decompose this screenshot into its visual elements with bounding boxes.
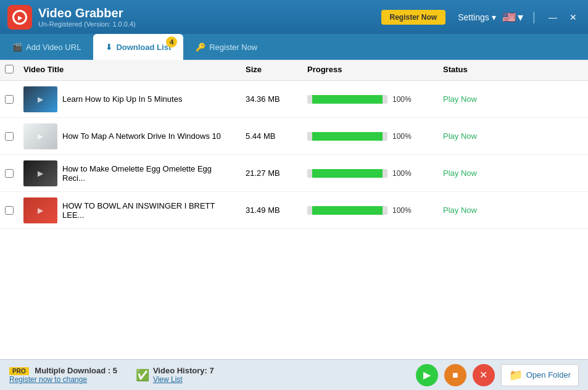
- check-icon: ✅: [136, 368, 149, 382]
- col-size: Size: [241, 65, 302, 75]
- register-key-icon: 🔑: [196, 43, 205, 52]
- play-button[interactable]: ▶: [416, 364, 438, 386]
- settings-label: Settings: [458, 12, 489, 22]
- row-2-thumbnail: [23, 123, 57, 149]
- open-folder-label: Open Folder: [526, 370, 571, 380]
- row-3-title-cell: How to Make Omelette Egg Omelette Egg Re…: [19, 160, 241, 186]
- table-row: Learn How to Kip Up In 5 Minutes 34.36 M…: [0, 81, 588, 118]
- status-bar: PRO Multiple Download : 5 Register now t…: [0, 359, 588, 390]
- row-4-checkbox-cell: [0, 206, 19, 215]
- row-2-checkbox-cell: [0, 132, 19, 141]
- download-list-badge: 4: [166, 36, 177, 48]
- folder-icon: 📁: [509, 368, 523, 382]
- row-4-play-now-link[interactable]: Play Now: [443, 205, 477, 215]
- register-change-link[interactable]: Register now to change: [9, 375, 117, 384]
- tab-register-label: Register Now: [209, 43, 257, 52]
- row-1-checkbox-cell: [0, 95, 19, 104]
- download-list-icon: ⬇: [106, 43, 112, 52]
- tab-download-list-label: Download List: [116, 43, 171, 52]
- stop-button[interactable]: ■: [444, 364, 466, 386]
- row-3-title: How to Make Omelette Egg Omelette Egg Re…: [62, 164, 236, 183]
- minimize-button[interactable]: —: [545, 11, 561, 23]
- row-4-status: Play Now: [438, 205, 531, 215]
- logo-icon: [12, 10, 27, 25]
- col-title: Video Title: [19, 65, 241, 75]
- add-video-icon: 🎬: [12, 43, 22, 52]
- tab-add-video-label: Add Video URL: [26, 43, 81, 52]
- row-3-status: Play Now: [438, 168, 531, 178]
- table-row: HOW TO BOWL AN INSWINGER I BRETT LEE... …: [0, 192, 588, 229]
- row-4-title-cell: HOW TO BOWL AN INSWINGER I BRETT LEE...: [19, 197, 241, 223]
- row-1-thumbnail: [23, 86, 57, 112]
- register-now-button[interactable]: Register Now: [381, 10, 446, 25]
- row-2-progress-fill: [312, 132, 383, 141]
- row-1-size: 34.36 MB: [241, 94, 302, 104]
- row-4-progress-bar: [307, 206, 387, 215]
- row-4-checkbox[interactable]: [5, 206, 14, 215]
- row-3-size: 21.27 MB: [241, 168, 302, 178]
- open-folder-button[interactable]: 📁 Open Folder: [501, 364, 579, 386]
- app-title: Video Grabber: [38, 6, 381, 20]
- row-3-progress-pct: 100%: [392, 169, 412, 178]
- main-content: Video Title Size Progress Status Learn H…: [0, 60, 588, 359]
- title-bar: Video Grabber Un-Registered (Version: 1.…: [0, 0, 588, 34]
- row-1-title: Learn How to Kip Up In 5 Minutes: [62, 94, 182, 104]
- app-subtitle: Un-Registered (Version: 1.0.0.4): [38, 20, 381, 28]
- status-middle: ✅ Video History: 7 View List: [136, 366, 416, 384]
- status-multiple-download: PRO Multiple Download : 5: [9, 366, 117, 375]
- tab-bar: 🎬 Add Video URL ⬇ Download List 4 🔑 Regi…: [0, 34, 588, 60]
- row-1-status: Play Now: [438, 94, 531, 104]
- row-4-title: HOW TO BOWL AN INSWINGER I BRETT LEE...: [62, 201, 236, 220]
- row-2-progress-bar: [307, 132, 387, 141]
- row-2-status: Play Now: [438, 131, 531, 141]
- title-divider: |: [532, 10, 536, 24]
- col-progress: Progress: [302, 65, 438, 75]
- row-2-size: 5.44 MB: [241, 131, 302, 141]
- row-4-size: 31.49 MB: [241, 205, 302, 215]
- table-header: Video Title Size Progress Status: [0, 60, 588, 81]
- language-button[interactable]: 🇺🇸 ▾: [502, 10, 523, 24]
- row-1-play-now-link[interactable]: Play Now: [443, 94, 477, 104]
- col-checkbox: [0, 65, 19, 75]
- title-bar-right: Settings ▾ 🇺🇸 ▾ | — ✕: [458, 10, 581, 24]
- close-button[interactable]: ✕: [566, 11, 581, 23]
- row-2-title: How To Map A Network Drive In Windows 10: [62, 131, 221, 141]
- row-3-checkbox[interactable]: [5, 169, 14, 178]
- row-4-progress-pct: 100%: [392, 206, 412, 215]
- row-3-progress: 100%: [302, 169, 438, 178]
- multiple-download-label: Multiple Download : 5: [35, 366, 117, 375]
- row-3-checkbox-cell: [0, 169, 19, 178]
- row-2-progress-pct: 100%: [392, 132, 412, 141]
- tab-download-list[interactable]: ⬇ Download List 4: [93, 34, 183, 60]
- row-1-progress: 100%: [302, 95, 438, 104]
- status-left: PRO Multiple Download : 5 Register now t…: [9, 366, 117, 384]
- app-title-block: Video Grabber Un-Registered (Version: 1.…: [38, 6, 381, 28]
- flag-icon: 🇺🇸: [502, 10, 516, 24]
- row-1-progress-bar: [307, 95, 387, 104]
- row-1-progress-fill: [312, 95, 383, 104]
- row-4-thumbnail: [23, 197, 57, 223]
- row-3-play-now-link[interactable]: Play Now: [443, 168, 477, 178]
- flag-dropdown-icon: ▾: [518, 10, 523, 24]
- row-4-progress-fill: [312, 206, 383, 215]
- row-3-thumbnail: [23, 160, 57, 186]
- view-list-link[interactable]: View List: [153, 375, 214, 384]
- row-1-checkbox[interactable]: [5, 95, 14, 104]
- row-4-progress: 100%: [302, 206, 438, 215]
- settings-button[interactable]: Settings ▾: [458, 12, 496, 22]
- table-row: How To Map A Network Drive In Windows 10…: [0, 118, 588, 155]
- app-logo: [7, 5, 32, 30]
- row-2-progress: 100%: [302, 132, 438, 141]
- row-2-checkbox[interactable]: [5, 132, 14, 141]
- video-history-label: Video History: 7: [153, 366, 214, 375]
- select-all-checkbox[interactable]: [5, 65, 14, 73]
- row-2-play-now-link[interactable]: Play Now: [443, 131, 477, 141]
- cancel-button[interactable]: ✕: [473, 364, 495, 386]
- status-controls: ▶ ■ ✕ 📁 Open Folder: [416, 364, 579, 386]
- pro-badge: PRO: [9, 367, 29, 375]
- status-history: Video History: 7 View List: [153, 366, 214, 384]
- tab-register-now[interactable]: 🔑 Register Now: [183, 34, 270, 60]
- tab-add-video[interactable]: 🎬 Add Video URL: [0, 34, 93, 60]
- table-row: How to Make Omelette Egg Omelette Egg Re…: [0, 155, 588, 192]
- row-1-title-cell: Learn How to Kip Up In 5 Minutes: [19, 86, 241, 112]
